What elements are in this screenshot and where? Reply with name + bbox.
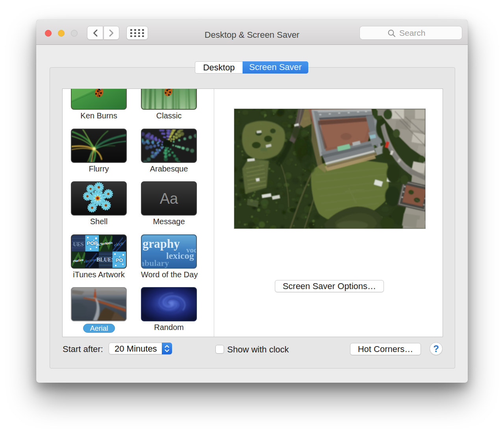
svg-text:abulary: abulary	[142, 258, 169, 268]
svg-text:BLUES: BLUES	[96, 257, 115, 263]
svg-text:Aa: Aa	[160, 190, 178, 207]
svg-text:PO: PO	[116, 257, 123, 263]
svg-text:lexicog: lexicog	[166, 251, 194, 261]
svg-text:UES: UES	[73, 241, 83, 247]
svg-text:graphy: graphy	[143, 237, 180, 251]
